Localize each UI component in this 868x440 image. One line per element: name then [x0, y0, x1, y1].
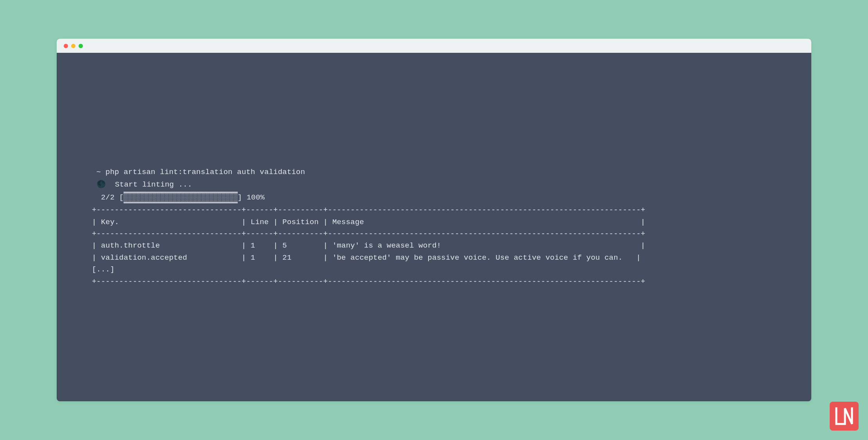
progress-bar-fill: ▓▓▓▓▓▓▓▓▓▓▓▓▓▓▓▓▓▓▓▓▓▓▓▓▓▓▓▓ [124, 192, 237, 203]
table-header: | Key. | Line | Position | Message | [92, 216, 776, 228]
table-row: | auth.throttle | 1 | 5 | 'many' is a we… [92, 240, 776, 251]
progress-counter: 2/2 [101, 193, 115, 202]
globe-icon: 🌑 [97, 180, 106, 189]
progress-line: 2/2 [▓▓▓▓▓▓▓▓▓▓▓▓▓▓▓▓▓▓▓▓▓▓▓▓▓▓▓▓] 100% [92, 192, 776, 203]
ln-icon [834, 406, 854, 426]
brand-logo [830, 402, 859, 431]
prompt-symbol: ~ [97, 168, 101, 176]
progress-percent: 100% [247, 193, 265, 202]
table-truncate: [...] [92, 264, 776, 275]
window-titlebar [57, 39, 811, 53]
command-line: ~ php artisan lint:translation auth vali… [92, 166, 776, 178]
minimize-icon[interactable] [71, 44, 75, 48]
table-separator-bottom: +--------------------------------+------… [92, 276, 776, 287]
progress-bar-open: [ [119, 193, 124, 202]
table-separator-mid: +--------------------------------+------… [92, 228, 776, 240]
close-icon[interactable] [64, 44, 68, 48]
maximize-icon[interactable] [79, 44, 83, 48]
terminal-window: ~ php artisan lint:translation auth vali… [57, 39, 811, 401]
status-line: 🌑 Start linting ... [92, 179, 776, 190]
progress-bar-close: ] [238, 193, 242, 202]
table-row: | validation.accepted | 1 | 21 | 'be acc… [92, 252, 776, 264]
status-text: Start linting ... [115, 180, 192, 189]
command-text: php artisan lint:translation auth valida… [106, 168, 305, 176]
table-separator-top: +--------------------------------+------… [92, 204, 776, 216]
terminal-output[interactable]: ~ php artisan lint:translation auth vali… [57, 53, 811, 287]
